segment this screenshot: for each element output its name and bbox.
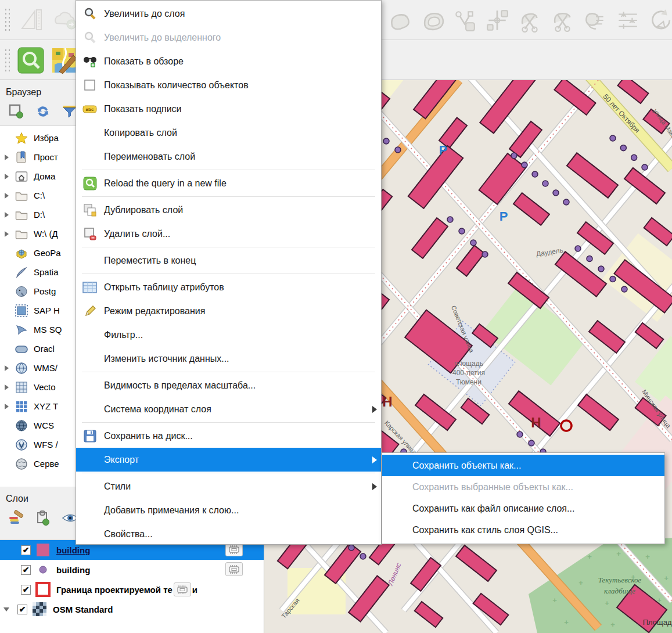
mssql-icon [13,323,30,336]
svg-text:+: + [645,552,650,561]
layer-row-2[interactable]: ✔building [0,560,264,580]
context-menu-item-15[interactable]: Изменить источник данных... [76,347,381,371]
split-features-icon[interactable] [515,5,545,35]
feature-count-checkbox-icon [76,79,104,92]
svg-text:+: + [578,578,583,587]
home-icon [13,171,30,182]
style-manager-icon[interactable] [8,510,24,526]
context-menu-item-20[interactable]: Стили [76,474,381,498]
map-label: Н [531,415,541,430]
menu-item-label: Фильтр... [104,330,368,340]
svg-text:+: + [587,552,592,561]
folder-icon [13,190,30,201]
context-menu-item-13[interactable]: Режим редактирования [76,299,381,323]
digitize-ring-icon[interactable] [417,5,447,35]
context-menu-item-10[interactable]: Удалить слой... [76,222,381,246]
browser-item-label: D:\ [34,210,45,220]
browser-item-label: Дома [34,171,55,181]
cloud-sync-icon[interactable] [51,6,78,34]
browser-item-label: MS SQ [34,325,62,335]
context-menu-item-17[interactable]: Система координат слоя [76,397,381,421]
expand-arrow-icon[interactable] [0,384,13,390]
layer-visibility-checkbox[interactable]: ✔ [21,545,31,555]
menu-item-label: Стили [104,481,368,492]
layer-visibility-checkbox[interactable]: ✔ [17,605,27,614]
expand-arrow-icon[interactable] [0,174,13,179]
offset-curve-icon[interactable] [482,5,512,35]
rotate-feature-icon[interactable] [645,5,672,35]
svg-text:abc: abc [86,107,94,112]
menu-item-label: Экспорт [104,455,368,465]
oracle-icon [13,344,30,354]
digitize-blob-icon[interactable] [384,5,415,35]
context-menu-item-12[interactable]: Открыть таблицу атрибутов [76,275,381,299]
spatialite-icon [13,266,30,279]
context-menu-item-1[interactable]: Увеличить до слоя [76,2,381,26]
context-menu-item-19[interactable]: Экспорт [76,448,381,472]
layer-name: OSM Standard [53,605,113,614]
split-parts-icon[interactable] [547,5,577,35]
memory-layer-indicator-icon[interactable] [174,582,191,596]
map-label: 400-летия [452,369,485,377]
add-group-icon[interactable] [35,510,51,526]
layer-visibility-checkbox[interactable]: ✔ [21,585,31,595]
expand-arrow-icon[interactable] [0,154,13,160]
ruler-icon[interactable] [17,6,45,34]
context-menu-item-16[interactable]: Видимость в пределах масштаба... [76,373,381,397]
refresh-icon[interactable] [35,103,51,120]
vertex-tool-icon[interactable] [450,5,480,35]
menu-item-label: Показать в обзоре [104,56,368,67]
map-label: кладбище [604,587,635,595]
expand-arrow-icon[interactable] [0,212,13,218]
export-submenu-item-4[interactable]: Сохранить как стиль слоя QGIS... [382,519,664,541]
layers-list: ✔building✔building✔Граница проектируемой… [0,540,264,619]
expand-arrow-icon[interactable] [0,365,13,371]
merge-features-icon[interactable] [580,5,610,35]
layer-row-3[interactable]: ✔Граница проектируемой теи [0,580,264,599]
context-menu-item-11[interactable]: Переместить в конец [76,249,381,272]
context-menu-item-3[interactable]: Показать в обзоре [76,49,381,73]
context-menu-item-7[interactable]: Переименовать слой [76,145,381,168]
menu-item-label: Открыть таблицу атрибутов [104,282,368,293]
expand-arrow-icon[interactable] [0,193,13,199]
context-menu-item-8[interactable]: Reload the query in a new file [76,171,381,195]
layer-visibility-checkbox[interactable]: ✔ [21,565,31,575]
menu-item-label: Режим редактирования [104,306,368,316]
expand-down-icon[interactable] [0,607,13,612]
context-menu-item-14[interactable]: Фильтр... [76,323,381,347]
export-submenu-item-1[interactable]: Сохранить объекты как... [382,455,664,476]
context-menu-item-5[interactable]: abcПоказать подписи [76,97,381,121]
expand-arrow-icon[interactable] [0,231,13,237]
browser-item-label: Postg [34,286,56,296]
toolbar-grip[interactable] [3,6,10,33]
menu-item-label: Показывать количество объектов [104,80,368,91]
context-menu-item-6[interactable]: Копировать слой [76,121,381,145]
browser-item-label: C:\ [34,190,45,200]
svg-text:+: + [564,618,569,627]
xyz-tiles-icon [13,400,30,413]
menu-separator [82,196,375,197]
browser-item-label: Vecto [34,382,56,392]
context-menu-item-4[interactable]: Показывать количество объектов [76,73,381,97]
add-layer-icon[interactable] [8,103,24,120]
menu-item-label: Сохранить выбранные объекты как... [412,482,652,492]
zoom-tool-icon[interactable] [17,46,45,74]
context-menu-item-18[interactable]: Сохранить на диск... [76,424,381,448]
menu-item-label: Сохранить как файл описание слоя... [412,503,652,514]
context-menu-item-9[interactable]: Дублировать слой [76,198,381,222]
toolbar-grip[interactable] [3,47,10,74]
memory-layer-indicator-icon[interactable] [225,562,243,576]
context-menu-item-21[interactable]: Добавить примечания к слою... [76,498,381,522]
layer-row-4[interactable]: ✔OSM Standard [0,599,264,619]
context-menu-item-22[interactable]: Свойства... [76,522,381,546]
menu-item-label: Увеличить до слоя [104,9,368,19]
expand-arrow-icon[interactable] [0,404,13,409]
show-in-overview-icon [76,55,104,69]
export-submenu-item-2: Сохранить выбранные объекты как... [382,476,664,498]
align-features-icon[interactable] [612,5,642,35]
map-edit-icon[interactable] [51,46,78,74]
menu-item-label: Сохранить на диск... [104,431,368,441]
layer-name: Граница проектируемой те [56,585,173,595]
export-submenu-item-3[interactable]: Сохранить как файл описание слоя... [382,498,664,519]
svg-text:+: + [616,549,621,558]
